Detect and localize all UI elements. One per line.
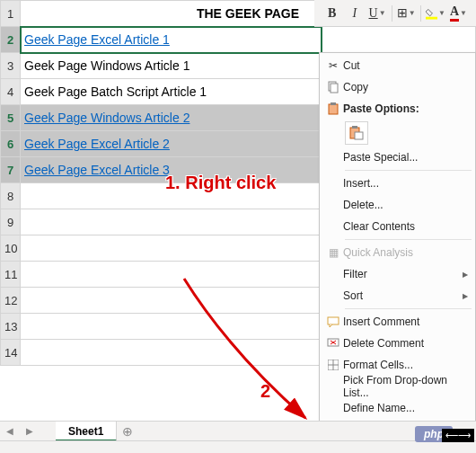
menu-paste-options-label: Paste Options: (320, 98, 475, 120)
fill-color-button[interactable]: ▼ (425, 4, 446, 23)
svg-rect-4 (331, 102, 336, 105)
italic-button[interactable]: I (344, 4, 365, 23)
cell-B3[interactable]: Geek Page Windows Article 1 (21, 53, 322, 79)
menu-insert-comment[interactable]: Insert Comment (320, 311, 475, 333)
svg-rect-7 (355, 132, 363, 139)
cell-B8[interactable] (21, 183, 322, 209)
submenu-arrow-icon: ▶ (463, 271, 468, 279)
menu-quick-analysis: ▦Quick Analysis (320, 242, 475, 263)
formatting-toolbar: B I U▼ ⊞▼ ▼ A▼ (314, 0, 476, 27)
row-header-5[interactable]: 5 (1, 105, 21, 131)
row-header-13[interactable]: 13 (1, 314, 21, 340)
delete-comment-icon (323, 335, 343, 351)
cell-C2[interactable] (322, 27, 476, 53)
menu-cut[interactable]: ✂Cut (320, 55, 475, 76)
row-header-6[interactable]: 6 (1, 131, 21, 157)
font-color-button[interactable]: A▼ (448, 4, 469, 23)
row-header-7[interactable]: 7 (1, 157, 21, 183)
menu-insert[interactable]: Insert... (320, 173, 475, 194)
cell-B6[interactable]: Geek Page Excel Article 2 (21, 131, 322, 157)
row-header-14[interactable]: 14 (1, 340, 21, 366)
cell-B14[interactable] (21, 340, 322, 366)
cell-B13[interactable] (21, 314, 322, 340)
svg-rect-8 (328, 317, 339, 324)
format-cells-icon (323, 357, 343, 373)
clipboard-icon (323, 101, 343, 117)
row-header-8[interactable]: 8 (1, 183, 21, 209)
tab-nav-next[interactable]: ▶ (20, 426, 40, 436)
cell-B9[interactable] (21, 209, 322, 235)
cell-B11[interactable] (21, 262, 322, 288)
menu-pick-dropdown[interactable]: Pick From Drop-down List... (320, 376, 475, 397)
row-header-11[interactable]: 11 (1, 262, 21, 288)
copy-icon (323, 79, 343, 95)
paste-default-button[interactable] (345, 121, 368, 145)
row-header-4[interactable]: 4 (1, 79, 21, 105)
sheet-tab-1[interactable]: Sheet1 (56, 422, 117, 441)
context-menu: ✂Cut Copy Paste Options: Paste Special..… (319, 52, 476, 453)
cell-B10[interactable] (21, 235, 322, 262)
menu-define-name[interactable]: Define Name... (320, 397, 475, 419)
menu-filter[interactable]: Filter▶ (320, 263, 475, 285)
tab-nav-prev[interactable]: ◀ (0, 426, 20, 436)
row-header-9[interactable]: 9 (1, 209, 21, 235)
menu-paste-special[interactable]: Paste Special... (320, 147, 475, 168)
submenu-arrow-icon: ▶ (463, 292, 468, 300)
menu-delete[interactable]: Delete... (320, 194, 475, 216)
cell-B4[interactable]: Geek Page Batch Script Article 1 (21, 79, 322, 105)
menu-sort[interactable]: Sort▶ (320, 285, 475, 306)
menu-format-cells[interactable]: Format Cells... (320, 354, 475, 376)
comment-icon (323, 314, 343, 330)
menu-clear-contents[interactable]: Clear Contents (320, 216, 475, 237)
cell-B12[interactable] (21, 288, 322, 314)
svg-rect-0 (426, 16, 437, 19)
svg-rect-6 (352, 126, 357, 129)
menu-delete-comment[interactable]: Delete Comment (320, 333, 475, 354)
jump-indicator: ⟵⟶ (442, 429, 474, 442)
row-header-12[interactable]: 12 (1, 288, 21, 314)
cell-B7[interactable]: Geek Page Excel Article 3 (21, 157, 322, 183)
underline-button[interactable]: U▼ (366, 4, 387, 23)
svg-rect-3 (329, 104, 338, 114)
row-header-1[interactable]: 1 (1, 1, 21, 27)
row-header-3[interactable]: 3 (1, 53, 21, 79)
scissors-icon: ✂ (323, 58, 343, 74)
menu-copy[interactable]: Copy (320, 76, 475, 98)
sheet-tabs: ◀ ▶ Sheet1 ⊕ (0, 421, 476, 440)
cell-B5[interactable]: Geek Page Windows Article 2 (21, 105, 322, 131)
quick-analysis-icon: ▦ (323, 244, 343, 261)
bold-button[interactable]: B (322, 4, 342, 23)
svg-rect-2 (331, 84, 338, 93)
cell-B2[interactable]: Geek Page Excel Article 1 (21, 27, 322, 53)
row-header-10[interactable]: 10 (1, 235, 21, 262)
row-header-2[interactable]: 2 (1, 27, 21, 53)
add-sheet-button[interactable]: ⊕ (117, 424, 138, 439)
border-button[interactable]: ⊞▼ (396, 4, 417, 23)
horizontal-scrollbar[interactable] (0, 440, 476, 453)
